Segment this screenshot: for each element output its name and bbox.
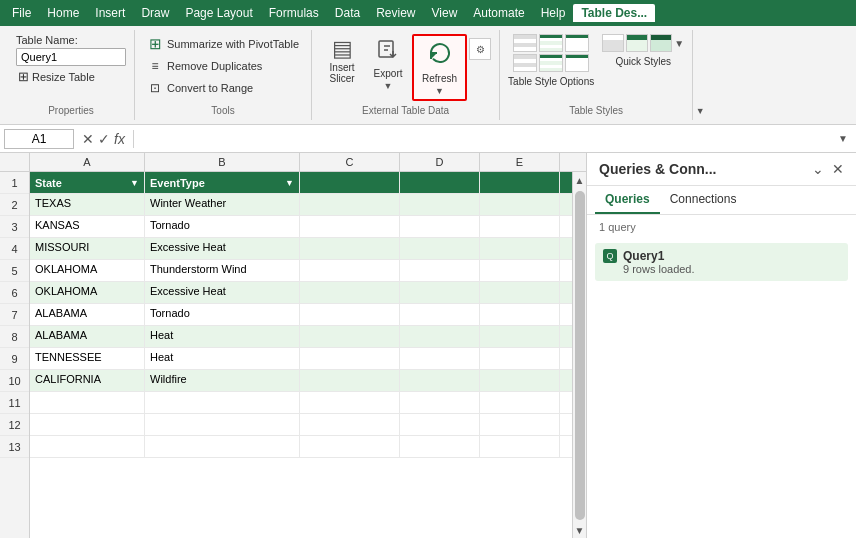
table-name-input[interactable] bbox=[16, 48, 126, 66]
cell-e8[interactable] bbox=[480, 326, 560, 347]
cell-a12[interactable] bbox=[30, 414, 145, 435]
cell-a8[interactable]: ALABAMA bbox=[30, 326, 145, 347]
cell-e11[interactable] bbox=[480, 392, 560, 413]
cell-c3[interactable] bbox=[300, 216, 400, 237]
quick-styles-dropdown[interactable]: ▼ bbox=[674, 38, 684, 49]
menu-file[interactable]: File bbox=[4, 4, 39, 22]
quick-style-1[interactable] bbox=[602, 34, 624, 52]
cell-a10[interactable]: CALIFORNIA bbox=[30, 370, 145, 391]
cell-c6[interactable] bbox=[300, 282, 400, 303]
cell-d12[interactable] bbox=[400, 414, 480, 435]
eventtype-filter-arrow[interactable]: ▼ bbox=[285, 178, 294, 188]
cell-c1[interactable] bbox=[300, 172, 400, 193]
cell-e12[interactable] bbox=[480, 414, 560, 435]
summarize-pivottable-button[interactable]: ⊞ Summarize with PivotTable bbox=[143, 34, 303, 54]
scroll-down-button[interactable]: ▼ bbox=[572, 522, 586, 538]
cell-a6[interactable]: OKLAHOMA bbox=[30, 282, 145, 303]
cell-d2[interactable] bbox=[400, 194, 480, 215]
cell-c2[interactable] bbox=[300, 194, 400, 215]
cell-b13[interactable] bbox=[145, 436, 300, 457]
queries-close-button[interactable]: ✕ bbox=[832, 161, 844, 177]
menu-table-design[interactable]: Table Des... bbox=[573, 4, 655, 22]
menu-page-layout[interactable]: Page Layout bbox=[177, 4, 260, 22]
cell-e3[interactable] bbox=[480, 216, 560, 237]
table-style-6[interactable] bbox=[565, 54, 589, 72]
cell-b9[interactable]: Heat bbox=[145, 348, 300, 369]
cell-e4[interactable] bbox=[480, 238, 560, 259]
cell-c5[interactable] bbox=[300, 260, 400, 281]
cell-a7[interactable]: ALABAMA bbox=[30, 304, 145, 325]
menu-view[interactable]: View bbox=[424, 4, 466, 22]
cell-b2[interactable]: Winter Weather bbox=[145, 194, 300, 215]
cell-b7[interactable]: Tornado bbox=[145, 304, 300, 325]
scroll-thumb[interactable] bbox=[575, 191, 585, 520]
cell-c10[interactable] bbox=[300, 370, 400, 391]
cell-e6[interactable] bbox=[480, 282, 560, 303]
cell-a13[interactable] bbox=[30, 436, 145, 457]
cell-e9[interactable] bbox=[480, 348, 560, 369]
cell-e2[interactable] bbox=[480, 194, 560, 215]
cancel-formula-icon[interactable]: ✕ bbox=[82, 131, 94, 147]
cell-c4[interactable] bbox=[300, 238, 400, 259]
properties-small-button[interactable]: ⚙ bbox=[469, 38, 491, 60]
confirm-formula-icon[interactable]: ✓ bbox=[98, 131, 110, 147]
formula-input[interactable] bbox=[138, 130, 834, 148]
cell-a11[interactable] bbox=[30, 392, 145, 413]
cell-c12[interactable] bbox=[300, 414, 400, 435]
cell-d6[interactable] bbox=[400, 282, 480, 303]
quick-style-2[interactable] bbox=[626, 34, 648, 52]
query-item[interactable]: Q Query1 9 rows loaded. bbox=[595, 243, 848, 281]
table-style-1[interactable] bbox=[513, 34, 537, 52]
cell-a5[interactable]: OKLAHOMA bbox=[30, 260, 145, 281]
scroll-up-button[interactable]: ▲ bbox=[572, 172, 586, 189]
cell-e1[interactable] bbox=[480, 172, 560, 193]
table-style-4[interactable] bbox=[513, 54, 537, 72]
insert-slicer-button[interactable]: ▤ Insert Slicer bbox=[320, 34, 364, 88]
queries-collapse-button[interactable]: ⌄ bbox=[812, 161, 824, 177]
cell-a3[interactable]: KANSAS bbox=[30, 216, 145, 237]
cell-b5[interactable]: Thunderstorm Wind bbox=[145, 260, 300, 281]
cell-e5[interactable] bbox=[480, 260, 560, 281]
cell-d1[interactable] bbox=[400, 172, 480, 193]
cell-d10[interactable] bbox=[400, 370, 480, 391]
cell-a1[interactable]: State ▼ bbox=[30, 172, 145, 193]
cell-a9[interactable]: TENNESSEE bbox=[30, 348, 145, 369]
cell-e7[interactable] bbox=[480, 304, 560, 325]
cell-c9[interactable] bbox=[300, 348, 400, 369]
insert-function-icon[interactable]: fx bbox=[114, 131, 125, 147]
state-filter-arrow[interactable]: ▼ bbox=[130, 178, 139, 188]
table-style-5[interactable] bbox=[539, 54, 563, 72]
cell-d11[interactable] bbox=[400, 392, 480, 413]
menu-data[interactable]: Data bbox=[327, 4, 368, 22]
cell-d7[interactable] bbox=[400, 304, 480, 325]
cell-c11[interactable] bbox=[300, 392, 400, 413]
cell-b12[interactable] bbox=[145, 414, 300, 435]
cell-b10[interactable]: Wildfire bbox=[145, 370, 300, 391]
ribbon-expand-button[interactable]: ▼ bbox=[693, 106, 707, 120]
cell-e10[interactable] bbox=[480, 370, 560, 391]
cell-d5[interactable] bbox=[400, 260, 480, 281]
cell-a2[interactable]: TEXAS bbox=[30, 194, 145, 215]
cell-d13[interactable] bbox=[400, 436, 480, 457]
connections-tab[interactable]: Connections bbox=[660, 186, 747, 214]
menu-home[interactable]: Home bbox=[39, 4, 87, 22]
export-button[interactable]: Export ▼ bbox=[366, 34, 410, 95]
table-style-2[interactable] bbox=[539, 34, 563, 52]
table-style-3[interactable] bbox=[565, 34, 589, 52]
cell-b1[interactable]: EventType ▼ bbox=[145, 172, 300, 193]
cell-b11[interactable] bbox=[145, 392, 300, 413]
cell-d4[interactable] bbox=[400, 238, 480, 259]
cell-d8[interactable] bbox=[400, 326, 480, 347]
cell-d9[interactable] bbox=[400, 348, 480, 369]
cell-b6[interactable]: Excessive Heat bbox=[145, 282, 300, 303]
cell-c7[interactable] bbox=[300, 304, 400, 325]
menu-help[interactable]: Help bbox=[533, 4, 574, 22]
menu-formulas[interactable]: Formulas bbox=[261, 4, 327, 22]
cell-b8[interactable]: Heat bbox=[145, 326, 300, 347]
cell-b3[interactable]: Tornado bbox=[145, 216, 300, 237]
menu-review[interactable]: Review bbox=[368, 4, 423, 22]
menu-automate[interactable]: Automate bbox=[465, 4, 532, 22]
cell-d3[interactable] bbox=[400, 216, 480, 237]
cell-reference-box[interactable] bbox=[4, 129, 74, 149]
cell-c13[interactable] bbox=[300, 436, 400, 457]
